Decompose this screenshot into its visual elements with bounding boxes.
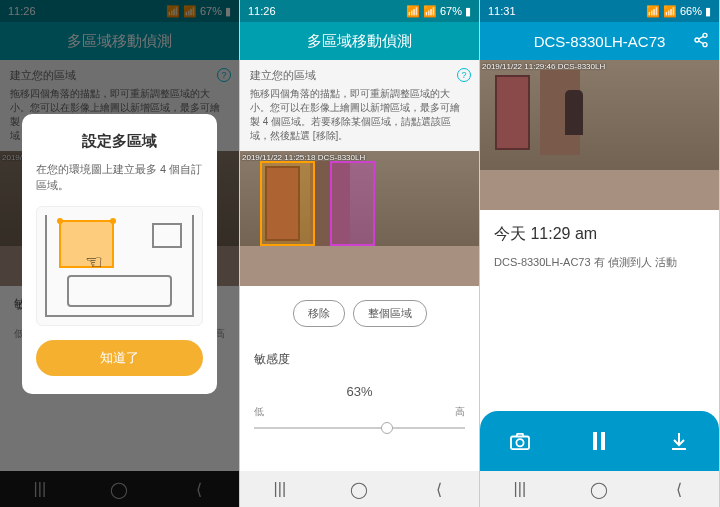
- android-nav: ||| ◯ ⟨: [240, 471, 479, 507]
- slider-thumb[interactable]: [381, 422, 393, 434]
- back-button[interactable]: ⟨: [430, 480, 448, 498]
- svg-rect-7: [593, 432, 597, 450]
- detected-person: [565, 90, 583, 135]
- screen-zones-edit: 11:26 📶 📶 67% ▮ 多區域移動偵測 建立您的區域 拖移四個角落的描點…: [240, 0, 480, 507]
- full-area-button[interactable]: 整個區域: [353, 300, 427, 327]
- status-bar: 11:26 📶 📶 67% ▮: [240, 0, 479, 22]
- svg-point-6: [516, 439, 523, 446]
- status-time: 11:26: [248, 5, 276, 17]
- svg-point-2: [703, 43, 707, 47]
- home-button[interactable]: ◯: [590, 480, 608, 498]
- confirm-button[interactable]: 知道了: [36, 340, 203, 376]
- status-bar: 11:31 📶 📶 66% ▮: [480, 0, 719, 22]
- tutorial-card: 設定多區域 在您的環境圖上建立最多 4 個自訂區域。 ☜ 知道了: [22, 114, 217, 394]
- svg-line-3: [699, 41, 704, 44]
- low-label: 低: [254, 405, 264, 419]
- high-label: 高: [455, 405, 465, 419]
- sensitivity-value: 63%: [254, 384, 465, 399]
- svg-point-0: [703, 33, 707, 37]
- recent-button[interactable]: |||: [271, 480, 289, 498]
- event-info: 今天 11:29 am DCS-8330LH-AC73 有 偵測到人 活動: [480, 210, 719, 284]
- android-nav: ||| ◯ ⟨: [480, 471, 719, 507]
- sensitivity-slider[interactable]: [254, 427, 465, 429]
- recent-button[interactable]: |||: [511, 480, 529, 498]
- app-bar: 多區域移動偵測: [240, 22, 479, 60]
- remove-button[interactable]: 移除: [293, 300, 345, 327]
- share-icon[interactable]: [693, 32, 709, 48]
- back-button[interactable]: ⟨: [670, 480, 688, 498]
- home-button[interactable]: ◯: [350, 480, 368, 498]
- sub-desc: 拖移四個角落的描點，即可重新調整區域的大小。您可以在影像上繪圖以新增區域，最多可…: [250, 87, 469, 143]
- event-time: 今天 11:29 am: [494, 224, 705, 245]
- app-title: 多區域移動偵測: [307, 32, 412, 51]
- svg-line-4: [699, 36, 704, 39]
- snapshot-button[interactable]: [507, 430, 533, 452]
- playback-controls: [480, 411, 719, 471]
- hand-icon: ☜: [85, 250, 103, 274]
- sensitivity-control: 63% 低高: [240, 384, 479, 429]
- download-button[interactable]: [666, 430, 692, 452]
- device-title: DCS-8330LH-AC73: [534, 33, 666, 50]
- instruction-panel: 建立您的區域 拖移四個角落的描點，即可重新調整區域的大小。您可以在影像上繪圖以新…: [240, 60, 479, 151]
- event-description: DCS-8330LH-AC73 有 偵測到人 活動: [494, 255, 705, 270]
- sensitivity-label: 敏感度: [240, 341, 479, 378]
- app-bar: DCS-8330LH-AC73: [480, 22, 719, 60]
- svg-rect-8: [601, 432, 605, 450]
- svg-point-1: [695, 38, 699, 42]
- modal-title: 設定多區域: [36, 132, 203, 151]
- pause-button[interactable]: [586, 430, 612, 452]
- illustration: ☜: [36, 206, 203, 326]
- status-time: 11:31: [488, 5, 516, 17]
- camera-preview[interactable]: 2019/11/22 11:25:18 DCS-8330LH: [240, 151, 479, 286]
- event-snapshot[interactable]: 2019/11/22 11:29:46 DCS-8330LH: [480, 60, 719, 210]
- status-icons: 📶 📶 67% ▮: [406, 5, 471, 18]
- modal-desc: 在您的環境圖上建立最多 4 個自訂區域。: [36, 161, 203, 194]
- detection-zone-2[interactable]: [330, 161, 375, 246]
- help-icon[interactable]: ?: [457, 68, 471, 82]
- detection-zone-1[interactable]: [260, 161, 315, 246]
- zone-buttons: 移除 整個區域: [240, 286, 479, 341]
- status-icons: 📶 📶 66% ▮: [646, 5, 711, 18]
- screen-event-detail: 11:31 📶 📶 66% ▮ DCS-8330LH-AC73 2019/11/…: [480, 0, 720, 507]
- modal-overlay[interactable]: 設定多區域 在您的環境圖上建立最多 4 個自訂區域。 ☜ 知道了: [0, 0, 239, 507]
- screen-setup-modal: 11:26 📶 📶 67% ▮ 多區域移動偵測 建立您的區域 拖移四個角落的描點…: [0, 0, 240, 507]
- sub-title: 建立您的區域: [250, 68, 469, 83]
